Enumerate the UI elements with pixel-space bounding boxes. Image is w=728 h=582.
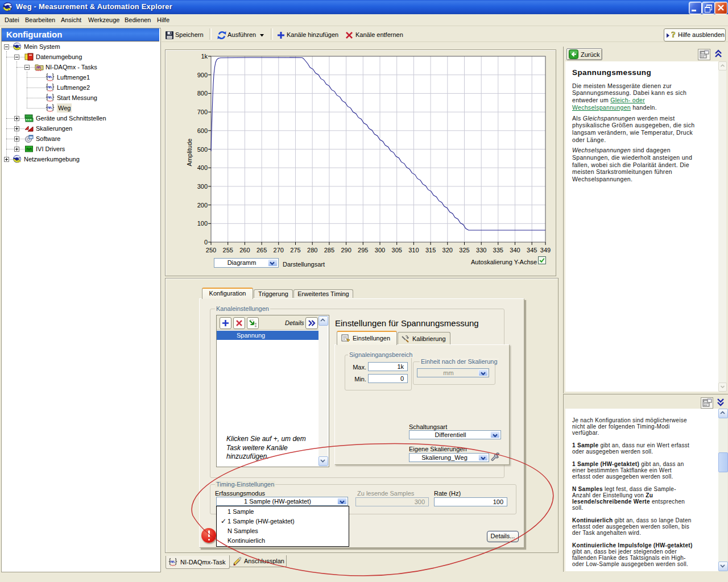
svg-text:700: 700	[197, 109, 208, 115]
svg-text:340: 340	[510, 247, 520, 253]
svg-text:349: 349	[540, 247, 551, 253]
svg-text:325: 325	[459, 247, 469, 253]
svg-text:400: 400	[197, 164, 208, 171]
svg-text:320: 320	[442, 247, 453, 253]
svg-text:275: 275	[290, 247, 300, 253]
svg-text:335: 335	[493, 247, 503, 253]
svg-text:800: 800	[197, 90, 208, 97]
svg-text:285: 285	[324, 247, 334, 253]
svg-text:500: 500	[197, 146, 208, 153]
svg-text:280: 280	[307, 247, 317, 253]
svg-text:?: ?	[671, 30, 676, 39]
svg-text:330: 330	[476, 247, 486, 253]
svg-text:310: 310	[408, 247, 419, 253]
svg-text:200: 200	[197, 202, 208, 209]
svg-text:900: 900	[197, 72, 208, 78]
svg-text:270: 270	[274, 247, 284, 253]
svg-text:315: 315	[425, 247, 436, 253]
svg-text:IVI: IVI	[26, 147, 31, 152]
svg-text:305: 305	[392, 247, 402, 253]
svg-text:Amplitude: Amplitude	[186, 139, 193, 167]
svg-text:265: 265	[257, 247, 267, 253]
svg-text:300: 300	[375, 247, 385, 253]
svg-text:345: 345	[527, 247, 537, 253]
svg-text:600: 600	[197, 127, 208, 134]
svg-text:295: 295	[358, 247, 368, 253]
svg-text:1k: 1k	[201, 53, 208, 60]
svg-text:100: 100	[197, 220, 208, 227]
svg-text:290: 290	[341, 247, 351, 253]
svg-text:250: 250	[206, 247, 216, 253]
svg-text:260: 260	[239, 247, 250, 253]
svg-text:300: 300	[197, 183, 208, 190]
svg-text:0: 0	[204, 239, 208, 246]
svg-text:255: 255	[223, 247, 233, 253]
